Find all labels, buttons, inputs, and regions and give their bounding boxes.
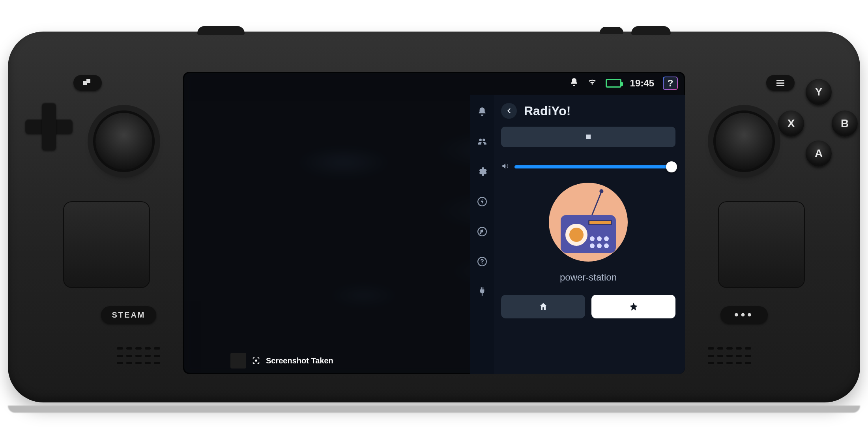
menu-button[interactable]	[766, 75, 795, 91]
a-button[interactable]: A	[806, 140, 832, 166]
home-icon	[539, 302, 548, 311]
left-stick[interactable]	[93, 110, 155, 172]
dpad[interactable]	[25, 103, 73, 150]
speaker-right	[708, 347, 751, 367]
station-artwork	[549, 183, 628, 262]
steam-button[interactable]: STEAM	[101, 306, 156, 324]
steam-deck-shell: STEAM Y X B A ••• 19:45 ?	[8, 32, 860, 402]
screen: 19:45 ? RadiYo!	[183, 72, 685, 374]
svg-point-3	[255, 359, 257, 362]
qa-tab-help[interactable]	[477, 256, 488, 267]
panel-title: RadiYo!	[524, 104, 571, 118]
qa-tab-settings[interactable]	[477, 166, 488, 177]
shoulder-right	[631, 26, 671, 35]
view-button[interactable]	[73, 75, 102, 91]
clock: 19:45	[630, 78, 654, 89]
tab-favorites[interactable]	[591, 295, 675, 318]
star-icon	[629, 302, 638, 311]
screenshot-icon	[252, 356, 260, 365]
left-trackpad[interactable]	[63, 201, 150, 288]
qa-tab-notifications[interactable]	[477, 106, 488, 117]
qa-sidebar	[470, 95, 494, 374]
toast-text: Screenshot Taken	[266, 356, 333, 365]
qa-tab-friends[interactable]	[477, 136, 488, 147]
bell-icon[interactable]	[569, 77, 579, 89]
b-button[interactable]: B	[832, 110, 858, 137]
qa-tab-music[interactable]	[477, 226, 488, 237]
volume-slider[interactable]	[514, 165, 675, 168]
quick-access-panel: RadiYo!	[470, 95, 685, 374]
shoulder-left	[197, 26, 245, 35]
station-name: power-station	[560, 272, 617, 283]
volume-row	[501, 162, 675, 172]
help-button[interactable]: ?	[663, 77, 678, 90]
wifi-icon[interactable]	[587, 77, 597, 89]
right-stick[interactable]	[713, 110, 775, 172]
volume-icon	[501, 162, 509, 172]
qa-tab-performance[interactable]	[477, 196, 488, 207]
qa-tab-plugins[interactable]	[477, 286, 488, 297]
x-button[interactable]: X	[778, 110, 804, 137]
status-bar: 19:45 ?	[183, 72, 685, 95]
speaker-left	[117, 347, 160, 367]
screenshot-toast: Screenshot Taken	[230, 353, 333, 369]
stop-icon	[586, 135, 591, 139]
battery-icon	[606, 79, 621, 88]
tab-home[interactable]	[501, 295, 585, 318]
right-trackpad[interactable]	[718, 201, 805, 288]
slider-thumb[interactable]	[666, 161, 677, 172]
quick-access-button[interactable]: •••	[720, 306, 768, 324]
toast-thumbnail	[230, 353, 246, 369]
back-button[interactable]	[501, 103, 517, 119]
stop-button[interactable]	[501, 127, 675, 147]
shoulder-right-2	[600, 27, 623, 34]
qa-content: RadiYo!	[494, 95, 685, 374]
y-button[interactable]: Y	[806, 79, 832, 105]
